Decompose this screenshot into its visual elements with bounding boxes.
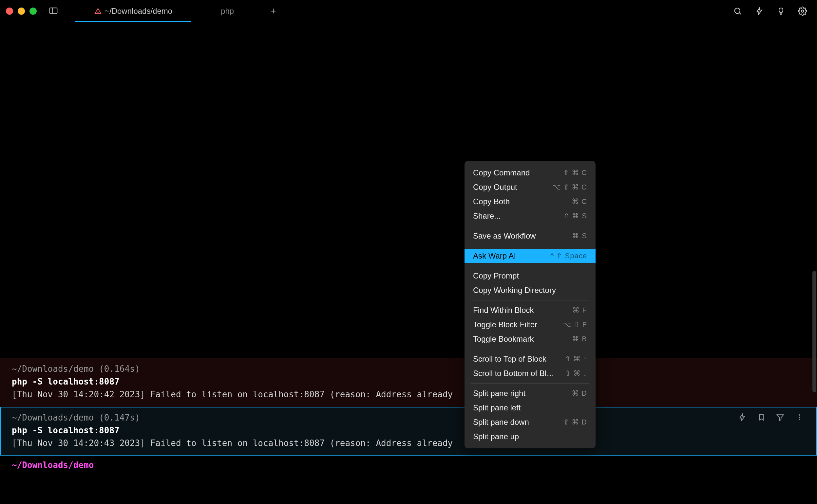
context-menu-item-shortcut: ⇧ ⌘ ↓ (565, 369, 587, 378)
context-menu-item-shortcut: ⌥ ⇧ F (563, 320, 587, 329)
context-menu-separator (471, 246, 589, 246)
bolt-icon[interactable] (754, 6, 765, 16)
new-tab-button[interactable]: + (263, 0, 283, 22)
window-close-button[interactable] (6, 8, 13, 15)
context-menu-item[interactable]: Share...⇧ ⌘ S (464, 209, 595, 223)
command-block[interactable]: ~/Downloads/demo (0.147s) php -S localho… (0, 407, 817, 456)
search-icon[interactable] (733, 6, 743, 16)
context-menu-item-label: Toggle Block Filter (473, 320, 537, 329)
svg-rect-0 (50, 8, 57, 14)
plus-icon: + (270, 6, 276, 17)
more-icon[interactable] (795, 413, 804, 422)
block-command: php -S localhost:8087 (12, 375, 805, 388)
svg-point-3 (98, 12, 98, 12)
context-menu-item[interactable]: Toggle Bookmark⌘ B (464, 332, 595, 346)
context-menu-item[interactable]: Save as Workflow⌘ S (464, 229, 595, 243)
terminal-window: ~/Downloads/demo php + (0, 0, 817, 504)
context-menu-item[interactable]: Split pane down⇧ ⌘ D (464, 415, 595, 429)
window-zoom-button[interactable] (29, 8, 37, 15)
svg-point-8 (799, 417, 800, 418)
block-duration: (0.164s) (99, 364, 140, 374)
svg-point-9 (799, 419, 800, 420)
terminal-body[interactable]: ~/Downloads/demo (0.164s) php -S localho… (0, 22, 817, 504)
context-menu-item[interactable]: Scroll to Bottom of Block⇧ ⌘ ↓ (464, 366, 595, 381)
context-menu-item-label: Copy Command (473, 168, 530, 177)
tab-strip: ~/Downloads/demo php + (75, 0, 283, 22)
context-menu-item-label: Copy Both (473, 197, 510, 206)
context-menu-item-label: Toggle Bookmark (473, 334, 534, 344)
context-menu-separator (471, 349, 589, 349)
context-menu-item-shortcut: ⌘ S (572, 232, 587, 240)
command-block[interactable]: ~/Downloads/demo (0.164s) php -S localho… (0, 358, 817, 407)
block-meta: ~/Downloads/demo (0.164s) (12, 363, 805, 375)
tab-0[interactable]: ~/Downloads/demo (75, 0, 191, 22)
warning-icon (94, 8, 101, 15)
block-path: ~/Downloads/demo (12, 364, 94, 374)
context-menu: Copy Command⇧ ⌘ CCopy Output⌥ ⇧ ⌘ CCopy … (464, 161, 595, 448)
context-menu-item-shortcut: ⌘ C (572, 197, 587, 206)
window-minimize-button[interactable] (18, 8, 25, 15)
context-menu-item[interactable]: Split pane left (464, 401, 595, 415)
panels-icon[interactable] (48, 6, 59, 17)
context-menu-item-shortcut: ⇧ ⌘ ↑ (565, 355, 587, 363)
context-menu-item-label: Save as Workflow (473, 231, 536, 241)
context-menu-item-label: Copy Output (473, 183, 517, 192)
context-menu-separator (471, 300, 589, 300)
traffic-lights (6, 8, 37, 15)
context-menu-item-shortcut: ⌘ F (572, 306, 587, 315)
context-menu-item[interactable]: Copy Prompt (464, 269, 595, 283)
block-path: ~/Downloads/demo (12, 413, 94, 423)
context-menu-item-label: Split pane up (473, 432, 519, 441)
context-menu-item[interactable]: Scroll to Top of Block⇧ ⌘ ↑ (464, 352, 595, 366)
context-menu-item-shortcut: ⌘ D (572, 389, 587, 398)
filter-icon[interactable] (776, 413, 785, 422)
context-menu-separator (471, 383, 589, 384)
svg-point-6 (802, 10, 804, 12)
context-menu-item-shortcut: ⌘ B (572, 335, 587, 343)
context-menu-item-label: Find Within Block (473, 306, 534, 315)
bolt-icon[interactable] (738, 413, 747, 422)
context-menu-separator (471, 266, 589, 266)
context-menu-item[interactable]: Split pane up (464, 429, 595, 444)
context-menu-item-shortcut: ⇧ ⌘ D (563, 418, 587, 426)
bookmark-icon[interactable] (757, 413, 766, 422)
block-output: [Thu Nov 30 14:20:42 2023] Failed to lis… (12, 388, 805, 401)
context-menu-item[interactable]: Ask Warp AI^ ⇧ Space (464, 249, 595, 263)
tab-label: php (221, 7, 234, 16)
block-actions (738, 413, 804, 422)
context-menu-item[interactable]: Copy Working Directory (464, 283, 595, 297)
context-menu-item-label: Scroll to Top of Block (473, 354, 546, 364)
context-menu-item-label: Copy Prompt (473, 271, 519, 280)
spacer (0, 475, 817, 504)
context-menu-item[interactable]: Find Within Block⌘ F (464, 303, 595, 317)
context-menu-item-label: Split pane left (473, 403, 520, 412)
context-menu-item-label: Split pane down (473, 418, 529, 427)
blocks-container: ~/Downloads/demo (0.164s) php -S localho… (0, 358, 817, 504)
context-menu-item-shortcut: ^ ⇧ Space (550, 252, 587, 260)
prompt-cwd: ~/Downloads/demo (12, 460, 94, 470)
tab-1[interactable]: php (191, 0, 263, 22)
block-meta: ~/Downloads/demo (0.147s) (12, 411, 805, 424)
lightbulb-icon[interactable] (776, 6, 786, 16)
titlebar-actions (733, 6, 811, 16)
svg-line-5 (739, 13, 741, 14)
context-menu-item-shortcut: ⌥ ⇧ ⌘ C (552, 183, 587, 191)
block-command: php -S localhost:8087 (12, 424, 805, 437)
context-menu-item-label: Ask Warp AI (473, 251, 516, 261)
context-menu-item-label: Share... (473, 211, 500, 221)
context-menu-item-shortcut: ⇧ ⌘ C (563, 169, 587, 177)
context-menu-item[interactable]: Copy Command⇧ ⌘ C (464, 166, 595, 180)
svg-point-4 (735, 8, 740, 13)
context-menu-item[interactable]: Copy Output⌥ ⇧ ⌘ C (464, 180, 595, 194)
tab-label: ~/Downloads/demo (105, 7, 172, 16)
context-menu-item[interactable]: Copy Both⌘ C (464, 194, 595, 209)
input-prompt[interactable]: ~/Downloads/demo (0, 456, 817, 475)
context-menu-item-label: Split pane right (473, 389, 525, 398)
context-menu-item-label: Copy Working Directory (473, 286, 556, 295)
svg-point-7 (799, 414, 800, 416)
context-menu-item-label: Scroll to Bottom of Block (473, 369, 558, 378)
context-menu-item[interactable]: Toggle Block Filter⌥ ⇧ F (464, 317, 595, 332)
scrollbar-thumb[interactable] (812, 271, 816, 392)
context-menu-item[interactable]: Split pane right⌘ D (464, 386, 595, 401)
gear-icon[interactable] (797, 6, 808, 16)
